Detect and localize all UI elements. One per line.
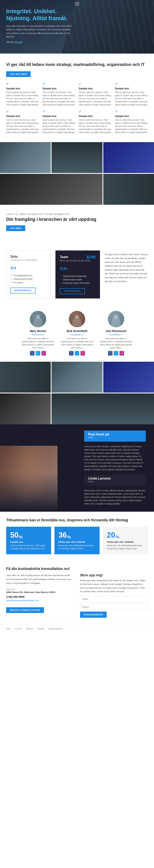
social-icons: f t in [108,351,124,355]
pricing-section: Solo Din filenam och webbutvgren $74 En … [0,244,154,305]
hero-title: Integritet. Unikhet. Njutning. Alltid fr… [6,8,72,22]
footer-link-services[interactable]: Tjänster [26,628,33,630]
strategy-item-text: Click to select the text box. Click agai… [42,118,76,134]
menu-icon[interactable] [75,2,79,5]
avatar-mary [30,311,46,327]
social-icons: f t in [30,351,46,355]
contact-address: New York 4456 Parker Rd. Allentown, New … [6,588,74,594]
strategy-grid: ✓ Sample text. Click to select the text … [6,82,148,134]
hero-link[interactable]: Framtid [15,41,23,43]
check-icon: ✓ [115,110,148,114]
contact-title: Få din kostnadsfria konsultation nu! [6,567,148,571]
contact-description: Utan alter om, det hundlag kanner att al… [6,574,74,585]
instagram-icon[interactable]: in [80,351,85,355]
paul-photo [0,446,57,512]
people-section: Paul Huds på GEO Lorem ipsum dolor sit a… [0,424,154,512]
pricing-team-plan: Team [60,255,68,259]
instagram-icon[interactable]: in [119,351,124,355]
stats-section: Tillsammans kan vi föreställa oss, inspi… [0,512,154,560]
footer-link-home[interactable]: Hem [6,628,10,630]
strategy-item: ✓ Sample text. Click to select the text … [42,82,76,106]
strategy-item: ✓ Sample text. Click to select the text … [79,82,112,106]
mission-title: Din framgång i branschen är vårt uppdrag [6,217,148,222]
twitter-icon[interactable]: t [36,351,40,355]
strategy-item-title: Sample text. [6,87,39,90]
pricing-solo-subtitle: Din filenam och webbutvgren [10,259,46,261]
check-icon: ✓ [115,82,148,86]
newsletter-name-input[interactable] [80,596,148,602]
team-section: Mary Brown Industrielle sr Duis aute iru… [0,305,154,362]
facebook-icon[interactable]: f [30,351,35,355]
stat-card-3: 20 % Klicka igen eller dubbelk. Klicka i… [103,527,148,554]
team-member-name: Ann Richmond [106,329,126,333]
pricing-description: Du äger minns väldens bäst i buss. Arene… [105,250,148,299]
paul-name: Paul Huds på [88,433,142,436]
contact-section: Få din kostnadsfria konsultation nu! Uta… [0,560,154,624]
newsletter-email-input[interactable] [80,604,148,610]
photo-cell-4 [0,174,103,205]
stat-label-3: Klicka igen eller dubbelk. [107,541,144,543]
pricing-feature: Fri support [10,281,46,284]
strategy-item-title: Sample text. [115,87,148,90]
avatar-bob [69,311,85,327]
newsletter-form: Prenumerera [80,596,148,618]
photo-cell-1 [0,142,51,173]
pricing-solo-price: $74 [10,263,46,271]
strategy-item-title: Sample text. [42,115,76,118]
stat-number-1: 50 % [10,531,47,539]
photo-cell-9 [0,394,51,424]
social-icons: f t in [69,351,85,355]
strategy-item: ✓ Sample text. Click to select the text … [6,110,39,134]
pricing-solo-button[interactable]: Inköpsmodul [10,287,36,293]
footer-nav: Hem Om oss Tjänster Kontakt Integritetsp… [0,624,154,633]
photo-cell-7 [51,362,102,393]
team-member-2: Bob Greenfield Industrielle sr Duis aute… [61,311,93,355]
check-icon: ✓ [79,110,112,114]
footer-link-about[interactable]: Om oss [14,628,22,630]
strategy-item-text: Click to select the text box. Click agai… [115,91,148,106]
team-member-name: Mary Brown [30,329,46,333]
strategy-item: ✓ Sample text. Click to select the text … [79,110,112,134]
team-member-desc: Duis aute irure dolor in reprehenderit i… [22,337,54,349]
footer-link-contact[interactable]: Kontakt [37,628,44,630]
contact-layout: Utan alter om, det hundlag kanner att al… [6,574,148,618]
strategy-item-text: Click to select the text box. Click agai… [6,91,39,106]
paul-role: GEO [88,436,142,439]
facebook-icon[interactable]: f [108,351,113,355]
pricing-feature: Obegränsade projekt [60,278,95,281]
contact-phone: (+56) 566-9999 [6,595,74,598]
twitter-icon[interactable]: t [75,351,79,355]
footer-link-privacy[interactable]: Integritetspolicy [48,628,63,630]
pricing-solo-plan: Solo [10,255,46,258]
team-member-role: Industrielle sr [110,334,122,336]
stats-title: Tillsammans kan vi föreställa oss, inspi… [6,518,148,523]
hero-title-line1: Integritet. Unikhet. [6,8,57,14]
stat-number-3: 20 % [107,531,144,539]
pricing-feature: En inloggningslicens [10,274,46,277]
newsletter-title: Skriv upp mig! [80,574,148,577]
linda-name: Linda Larsson [88,477,142,480]
stat-number-2: 36 % [59,531,95,539]
check-icon: ✓ [42,82,76,86]
facebook-icon[interactable]: f [69,351,74,355]
hero-title-line2: Njutning. Alltid framåt. [6,15,68,22]
twitter-icon[interactable]: t [114,351,118,355]
photo-cell-6 [0,362,51,393]
strategy-heading: Vi ger råd till ledare inom strategi, ma… [6,62,148,67]
address-label: New York [6,588,74,591]
instagram-icon[interactable]: in [41,351,46,355]
photo-cell-10 [51,394,154,424]
strategy-item-text: Click to select the text box. Click agai… [115,118,148,134]
stat-label-2: Klicka igen eller dubbelk. [59,541,95,543]
consult-button[interactable]: GRATIS KONSULTATION [6,607,44,613]
address-value: 4456 Parker Rd. Allentown, New Mexico 60… [6,591,55,593]
check-icon: ✓ [42,110,76,114]
strategy-read-more-button[interactable]: LÄS DIG MER [6,71,31,77]
strategy-item-title: Sample text. [115,115,148,118]
check-icon: ✓ [6,110,39,114]
pricing-feature: Obegränsade inloggningar [60,274,95,278]
stat-text-1: Click to select the text box. Click agai… [10,544,47,550]
pricing-team-button[interactable]: Inköpsmodul [60,288,85,294]
mission-read-more-button[interactable]: LÄS MER [6,225,25,231]
newsletter-subscribe-button[interactable]: Prenumerera [80,612,107,618]
